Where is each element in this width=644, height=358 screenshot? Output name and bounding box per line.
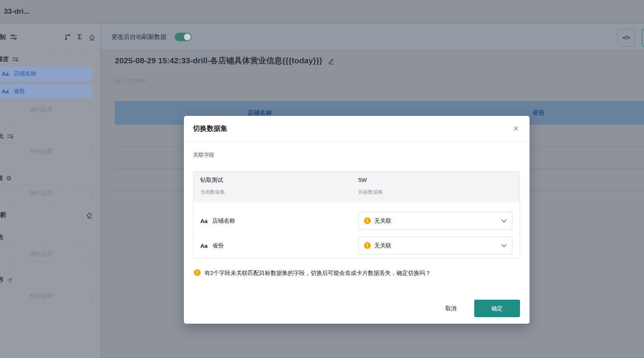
dialog-header: 切换数据集 ✕ [184, 116, 530, 141]
confirm-button[interactable]: 确定 [474, 300, 520, 317]
warning-icon: ! [194, 269, 201, 276]
target-dataset-name: 5W [358, 177, 367, 183]
cancel-button[interactable]: 取消 [441, 300, 460, 317]
text-type-icon: Aa [200, 242, 208, 249]
field-mapping-select-shop[interactable]: ! 无关联 [358, 212, 512, 230]
target-dataset-caption: 目标数据集 [358, 189, 383, 196]
current-dataset-caption: 当前数据集 [200, 189, 225, 196]
current-dataset-name: 钻取测试 [200, 177, 223, 184]
close-icon[interactable]: ✕ [513, 124, 519, 133]
dialog-title: 切换数据集 [193, 124, 227, 133]
field-label: 省份 [212, 242, 224, 249]
warning-icon: ! [364, 242, 371, 249]
field-mapping-select-province[interactable]: ! 无关联 [358, 237, 512, 254]
dialog-footer: 取消 确定 [441, 300, 520, 317]
field-mapping-box: 钻取测试 当前数据集 5W 目标数据集 Aa 店铺名称 ! 无关联 Aa 省份 … [193, 171, 520, 258]
warning-text: 有2个字段未关联匹配目标数据集的字段，切换后可能会造成卡片数据丢失，确定切换吗？ [204, 269, 431, 277]
field-row-province-label: Aa 省份 [200, 237, 224, 254]
field-row-shop-label: Aa 店铺名称 [200, 212, 235, 230]
warning-icon: ! [364, 217, 371, 224]
chevron-down-icon [501, 217, 507, 224]
field-label: 店铺名称 [212, 217, 235, 225]
unmatched-fields-warning: ! 有2个字段未关联匹配目标数据集的字段，切换后可能会造成卡片数据丢失，确定切换… [194, 269, 514, 277]
related-fields-label: 关联字段 [193, 152, 214, 159]
mapping-header: 钻取测试 当前数据集 5W 目标数据集 [193, 172, 520, 202]
switch-dataset-dialog: 切换数据集 ✕ 关联字段 钻取测试 当前数据集 5W 目标数据集 Aa 店铺名称… [184, 116, 530, 324]
select-value: 无关联 [374, 217, 391, 225]
text-type-icon: Aa [200, 218, 208, 224]
chevron-down-icon [501, 242, 507, 249]
select-value: 无关联 [374, 242, 391, 249]
